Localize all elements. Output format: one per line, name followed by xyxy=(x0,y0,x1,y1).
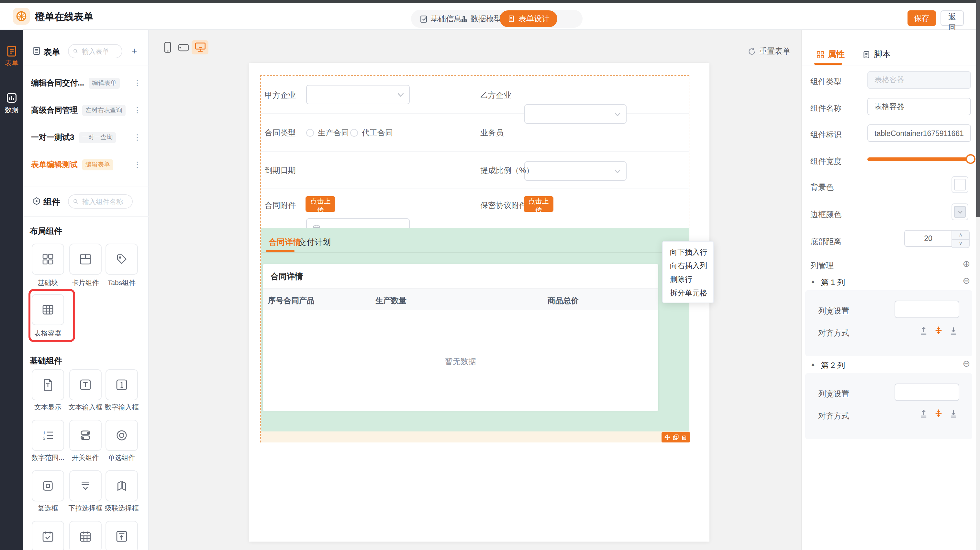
form-search[interactable] xyxy=(68,44,123,58)
component-label: 单选组件 xyxy=(102,453,142,462)
component-number-range[interactable]: 1 2 xyxy=(32,420,64,451)
component-upload[interactable] xyxy=(105,521,138,550)
bg-color-swatch[interactable] xyxy=(951,176,968,193)
component-date-picker[interactable] xyxy=(32,521,64,550)
border-color-swatch[interactable] xyxy=(951,203,968,220)
col-width-label: 列宽设置 xyxy=(818,306,849,317)
salesman-select[interactable] xyxy=(524,161,627,181)
component-checkbox[interactable] xyxy=(32,470,64,501)
kebab-menu-icon[interactable]: ⋮ xyxy=(133,105,141,115)
menu-item-split-cell[interactable]: 拆分单元格 xyxy=(663,286,713,300)
component-card[interactable] xyxy=(69,244,102,275)
divider xyxy=(23,187,149,187)
component-search[interactable] xyxy=(68,194,133,209)
tab-properties[interactable]: 属性 xyxy=(816,49,845,60)
component-cascade[interactable] xyxy=(105,470,138,501)
kebab-menu-icon[interactable]: ⋮ xyxy=(133,133,141,142)
remove-column-button[interactable]: ⊖ xyxy=(963,359,970,368)
align-middle-icon-active[interactable] xyxy=(934,326,943,335)
component-label: 卡片组件 xyxy=(65,279,105,288)
copy-icon[interactable] xyxy=(673,434,679,440)
party-a-select[interactable] xyxy=(306,85,410,104)
menu-item-insert-row-below[interactable]: 向下插入行 xyxy=(663,246,713,259)
upload-button[interactable]: 点击上传 xyxy=(523,196,554,212)
col-width-input[interactable] xyxy=(894,301,959,318)
add-form-button[interactable]: + xyxy=(131,46,137,56)
radio-oem-contract[interactable] xyxy=(350,129,358,137)
upload-button[interactable]: 点击上传 xyxy=(305,196,335,212)
component-table-container[interactable] xyxy=(32,294,64,325)
align-bottom-icon[interactable] xyxy=(949,409,958,418)
form-list-item[interactable]: 一对一测试3 一对一查询 xyxy=(31,132,116,143)
component-text-input[interactable] xyxy=(69,369,102,400)
party-b-select[interactable] xyxy=(524,104,627,124)
svg-text:1: 1 xyxy=(43,430,45,435)
device-tablet-toggle[interactable] xyxy=(175,40,192,54)
component-basic-block[interactable] xyxy=(32,244,64,275)
form-list-item[interactable]: 编辑合同交付... 编辑表单 xyxy=(31,78,120,89)
component-number-input[interactable] xyxy=(105,369,138,400)
scrollbar-thumb[interactable] xyxy=(976,0,980,217)
align-bottom-icon[interactable] xyxy=(949,326,958,335)
component-search-input[interactable] xyxy=(81,197,127,206)
menu-item-delete-row[interactable]: 删除行 xyxy=(663,273,713,286)
rail-item-forms[interactable]: 表单 xyxy=(0,45,23,68)
reset-form-button[interactable]: 重置表单 xyxy=(748,46,790,57)
device-phone-toggle[interactable] xyxy=(159,40,176,54)
component-radio[interactable] xyxy=(105,420,138,451)
column-divider xyxy=(478,75,478,228)
stepper-down-button[interactable]: ∨ xyxy=(952,239,969,247)
prop-id-input[interactable] xyxy=(867,124,971,142)
collapse-arrow-icon[interactable]: ▲ xyxy=(810,279,816,284)
table-header-row xyxy=(263,289,658,310)
form-item-tag: 编辑表单 xyxy=(82,159,113,171)
kebab-menu-icon[interactable]: ⋮ xyxy=(133,160,141,169)
form-search-input[interactable] xyxy=(81,47,117,56)
component-text-display[interactable] xyxy=(32,369,64,400)
col-width-input[interactable] xyxy=(894,384,959,401)
remove-column-button[interactable]: ⊖ xyxy=(963,276,970,285)
rail-item-data-label: 数据 xyxy=(5,105,18,115)
form-item-name: 编辑合同交付... xyxy=(31,78,84,89)
nav-data-model[interactable]: 数据模型 xyxy=(460,10,502,28)
form-item-name: 表单编辑测试 xyxy=(31,159,78,171)
kebab-menu-icon[interactable]: ⋮ xyxy=(133,78,141,88)
tab-delivery-plan[interactable]: 交付计划 xyxy=(298,237,331,248)
width-slider-track[interactable] xyxy=(867,158,971,161)
device-desktop-toggle[interactable] xyxy=(192,40,208,54)
add-column-button[interactable]: ⊕ xyxy=(963,259,970,268)
delete-icon[interactable] xyxy=(681,434,687,440)
radio-production-contract[interactable] xyxy=(306,129,314,137)
search-icon xyxy=(73,198,78,205)
nav-basic-info[interactable]: 基础信息 xyxy=(420,10,461,28)
align-top-icon[interactable] xyxy=(919,409,928,418)
rail-item-data[interactable]: 数据 xyxy=(0,92,23,115)
move-icon[interactable] xyxy=(665,434,671,440)
form-doc-icon xyxy=(508,15,515,23)
column-1-panel xyxy=(805,290,972,356)
bottom-margin-input[interactable] xyxy=(904,230,952,247)
radio-label[interactable]: 生产合同 xyxy=(318,128,349,139)
align-top-icon[interactable] xyxy=(919,326,928,335)
component-switch[interactable] xyxy=(69,420,102,451)
component-grid-table[interactable] xyxy=(69,521,102,550)
radio-label[interactable]: 代工合同 xyxy=(362,128,393,139)
form-list-item[interactable]: 高级合同管理 左树右表查询 xyxy=(31,105,126,116)
form-list-item-active[interactable]: 表单编辑测试 编辑表单 xyxy=(31,159,113,171)
align-middle-icon-active[interactable] xyxy=(934,409,943,418)
component-dropdown[interactable] xyxy=(69,470,102,501)
component-tabs[interactable] xyxy=(105,244,138,275)
divider xyxy=(23,216,149,217)
tab-contract-detail[interactable]: 合同详情 xyxy=(269,237,301,248)
nav-form-design[interactable]: 表单设计 xyxy=(500,10,557,27)
blocks-icon xyxy=(41,253,54,266)
width-slider-handle[interactable] xyxy=(966,154,975,164)
tab-script[interactable]: 脚本 xyxy=(862,49,891,60)
save-button[interactable]: 保存 xyxy=(907,10,936,26)
stepper-up-button[interactable]: ∧ xyxy=(952,231,969,239)
prop-name-input[interactable] xyxy=(867,98,971,115)
back-button[interactable]: 返回 xyxy=(940,10,964,26)
collapse-arrow-icon[interactable]: ▲ xyxy=(810,362,816,367)
form-list-icon xyxy=(32,47,41,55)
menu-item-insert-col-right[interactable]: 向右插入列 xyxy=(663,259,713,273)
